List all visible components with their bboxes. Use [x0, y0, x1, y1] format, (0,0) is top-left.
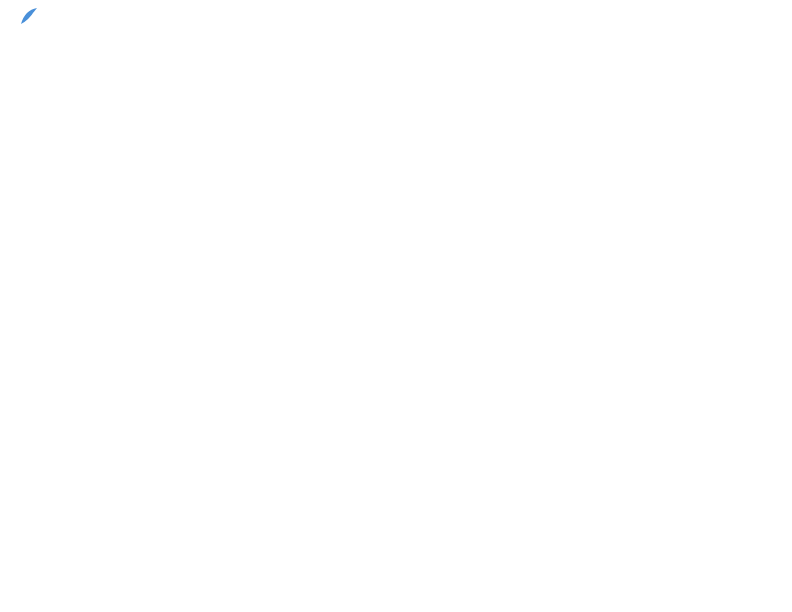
logo-block	[15, 10, 39, 28]
logo-text-stack	[0, 12, 1, 32]
logo	[15, 10, 39, 28]
header	[15, 10, 777, 32]
logo-wing-icon2	[0, 14, 1, 40]
logo-wing-icon	[17, 6, 39, 28]
page	[0, 0, 792, 612]
